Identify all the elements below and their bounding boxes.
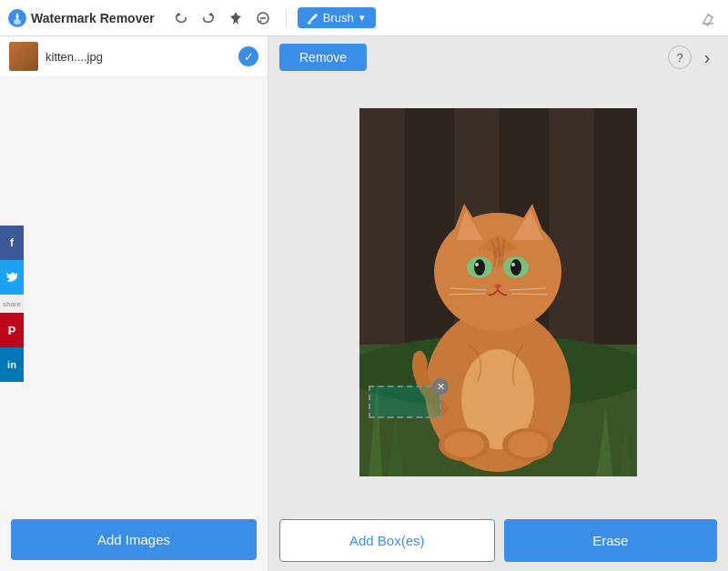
svg-rect-11 bbox=[359, 108, 405, 363]
svg-point-37 bbox=[444, 432, 484, 457]
share-label: share bbox=[0, 295, 24, 313]
svg-marker-2 bbox=[177, 13, 181, 16]
facebook-share-button[interactable]: f bbox=[0, 225, 24, 260]
svg-point-7 bbox=[264, 17, 266, 19]
right-toolbar: Remove ? › bbox=[268, 36, 728, 78]
twitter-icon bbox=[5, 272, 18, 283]
svg-point-29 bbox=[511, 259, 521, 275]
help-button[interactable]: ? bbox=[668, 45, 692, 69]
add-images-button[interactable]: Add Images bbox=[11, 519, 257, 560]
twitter-share-button[interactable] bbox=[0, 260, 24, 295]
main-layout: f share P in kitten....jpg ✓ bbox=[0, 36, 728, 571]
next-arrow-button[interactable]: › bbox=[697, 47, 717, 67]
right-bottom-bar: Add Box(es) Erase bbox=[268, 510, 728, 571]
brush-dropdown-arrow: ▼ bbox=[358, 13, 367, 23]
selection-close-button[interactable]: ✕ bbox=[432, 378, 449, 395]
redo-icon bbox=[201, 11, 216, 25]
chat-button[interactable] bbox=[251, 6, 275, 30]
left-panel: f share P in kitten....jpg ✓ bbox=[0, 36, 268, 571]
right-toolbar-right: ? › bbox=[668, 45, 717, 69]
file-check-indicator: ✓ bbox=[238, 46, 258, 66]
remove-button[interactable]: Remove bbox=[279, 44, 367, 71]
linkedin-share-button[interactable]: in bbox=[0, 347, 24, 382]
svg-point-28 bbox=[474, 259, 485, 275]
eraser-tool-button[interactable] bbox=[697, 6, 721, 30]
right-panel: Remove ? › bbox=[268, 36, 728, 571]
svg-point-31 bbox=[511, 263, 515, 266]
file-thumbnail bbox=[9, 42, 38, 71]
redo-button[interactable] bbox=[197, 6, 220, 30]
pin-button[interactable] bbox=[224, 6, 248, 30]
file-item[interactable]: kitten....jpg ✓ bbox=[0, 36, 268, 77]
svg-point-6 bbox=[262, 17, 264, 19]
brush-icon bbox=[307, 12, 319, 25]
toolbar-separator bbox=[286, 9, 287, 27]
selection-box[interactable]: ✕ bbox=[369, 386, 441, 418]
svg-rect-16 bbox=[596, 108, 637, 363]
pin-icon bbox=[228, 11, 243, 25]
chat-icon bbox=[256, 11, 270, 25]
image-area: ✕ bbox=[268, 78, 728, 510]
svg-marker-3 bbox=[208, 13, 212, 16]
svg-point-39 bbox=[508, 432, 548, 457]
nav-buttons bbox=[169, 6, 275, 30]
pinterest-icon: P bbox=[8, 324, 16, 337]
svg-rect-15 bbox=[549, 108, 594, 363]
file-name: kitten....jpg bbox=[46, 50, 231, 64]
undo-button[interactable] bbox=[169, 6, 193, 30]
brush-label: Brush bbox=[323, 11, 354, 25]
social-sidebar: f share P in bbox=[0, 225, 24, 382]
toolbar-right bbox=[697, 6, 721, 30]
logo-icon bbox=[7, 8, 27, 28]
toolbar: Watermark Remover bbox=[0, 0, 728, 36]
svg-point-5 bbox=[260, 17, 262, 19]
pinterest-share-button[interactable]: P bbox=[0, 313, 24, 347]
app-logo: Watermark Remover bbox=[7, 8, 155, 28]
svg-point-8 bbox=[308, 21, 311, 25]
app-title: Watermark Remover bbox=[31, 11, 155, 25]
svg-rect-12 bbox=[407, 108, 452, 363]
image-container: ✕ bbox=[359, 108, 637, 480]
svg-point-1 bbox=[14, 19, 21, 25]
eraser-icon bbox=[701, 10, 717, 26]
add-boxes-button[interactable]: Add Box(es) bbox=[279, 519, 495, 562]
undo-icon bbox=[174, 11, 188, 25]
brush-button[interactable]: Brush ▼ bbox=[298, 7, 376, 28]
erase-button[interactable]: Erase bbox=[504, 519, 718, 562]
kitten-image bbox=[359, 108, 637, 476]
left-panel-bottom: Add Images bbox=[0, 508, 268, 571]
svg-point-30 bbox=[475, 263, 479, 266]
